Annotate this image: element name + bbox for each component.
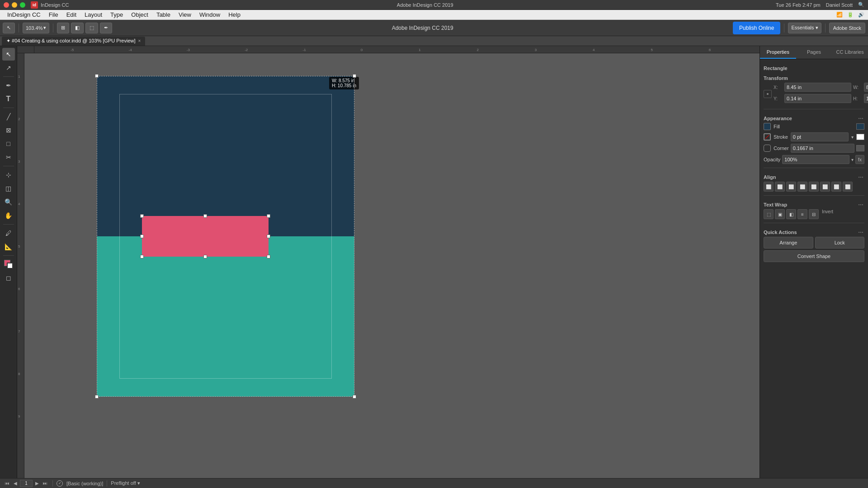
text-wrap-options-btn[interactable]: ··· bbox=[857, 201, 864, 208]
tab-pages[interactable]: Pages bbox=[796, 46, 832, 59]
tab-properties[interactable]: Properties bbox=[760, 46, 796, 59]
menu-type[interactable]: Type bbox=[107, 10, 127, 19]
menu-object[interactable]: Object bbox=[127, 10, 152, 19]
align-options-btn[interactable]: ··· bbox=[857, 173, 864, 180]
scissors-tool[interactable]: ✂ bbox=[2, 151, 15, 164]
text-wrap-none-btn[interactable]: ⬚ bbox=[764, 209, 774, 219]
preflight-label[interactable]: Preflight off ▾ bbox=[111, 480, 140, 486]
menu-edit[interactable]: Edit bbox=[63, 10, 80, 19]
tab-close-btn[interactable]: × bbox=[138, 38, 141, 43]
adobe-stock-btn[interactable]: Adobe Stock bbox=[829, 23, 865, 33]
text-wrap-object-btn[interactable]: ◧ bbox=[786, 209, 796, 219]
distribute-h-btn[interactable]: ⬜ bbox=[831, 182, 841, 192]
publish-online-button[interactable]: Publish Online bbox=[733, 22, 780, 34]
handle-bottom-left[interactable] bbox=[140, 255, 144, 258]
selection-tool[interactable]: ↖ bbox=[2, 48, 15, 61]
display-perf-btn[interactable]: ◧ bbox=[71, 23, 84, 33]
minimize-button[interactable] bbox=[12, 2, 17, 8]
zoom-tool[interactable]: 🔍 bbox=[2, 196, 15, 208]
fill-color-swatch[interactable] bbox=[856, 123, 864, 130]
align-center-h-btn[interactable]: ⬜ bbox=[775, 182, 785, 192]
free-transform-tool[interactable]: ⊹ bbox=[2, 169, 15, 181]
appearance-options-btn[interactable]: ··· bbox=[857, 114, 864, 122]
menu-help[interactable]: Help bbox=[225, 10, 244, 19]
stroke-icon[interactable] bbox=[764, 133, 771, 141]
corner-style-swatch[interactable] bbox=[856, 145, 864, 151]
w-input[interactable] bbox=[864, 83, 868, 92]
measure-tool[interactable]: 📐 bbox=[2, 240, 15, 253]
pen-tool[interactable]: ✒ bbox=[2, 79, 15, 92]
menu-layout[interactable]: Layout bbox=[81, 10, 106, 19]
x-input[interactable] bbox=[784, 83, 851, 92]
zoom-dropdown[interactable]: 103.4% ▾ bbox=[23, 23, 49, 33]
hand-tool[interactable]: ✋ bbox=[2, 209, 15, 222]
page-handle-bl[interactable] bbox=[95, 395, 99, 399]
arrange-button[interactable]: Arrange bbox=[764, 237, 813, 249]
first-page-btn[interactable]: ⏮ bbox=[4, 480, 11, 487]
page-handle-br[interactable] bbox=[353, 395, 356, 399]
preflight-status-icon[interactable]: ✓ bbox=[57, 480, 63, 487]
stroke-expand-btn[interactable]: ▾ bbox=[851, 135, 854, 140]
essentials-dropdown[interactable]: Essentials ▾ bbox=[788, 23, 821, 33]
opacity-expand-btn[interactable]: ▾ bbox=[851, 157, 854, 162]
page-handle-tr[interactable] bbox=[353, 74, 356, 78]
page-handle-tl[interactable] bbox=[95, 74, 99, 78]
stroke-value-input[interactable] bbox=[791, 132, 849, 141]
text-wrap-bounding-btn[interactable]: ▣ bbox=[775, 209, 785, 219]
convert-shape-button[interactable]: Convert Shape bbox=[764, 250, 864, 262]
view-options-btn[interactable]: ⊞ bbox=[57, 23, 69, 33]
align-left-btn[interactable]: ⬜ bbox=[764, 182, 774, 192]
transform-origin-widget[interactable] bbox=[764, 90, 772, 98]
eyedropper-tool[interactable]: 🖊 bbox=[2, 227, 15, 239]
menu-view[interactable]: View bbox=[175, 10, 195, 19]
apply-normal-btn[interactable]: ◻ bbox=[2, 272, 15, 284]
fill-stroke-widget[interactable] bbox=[2, 258, 15, 271]
handle-mid-left[interactable] bbox=[140, 235, 144, 238]
line-tool[interactable]: ╱ bbox=[2, 110, 15, 123]
last-page-btn[interactable]: ⏭ bbox=[42, 480, 49, 487]
fill-icon[interactable] bbox=[764, 123, 771, 130]
corner-value-input[interactable] bbox=[791, 144, 854, 153]
menu-file[interactable]: File bbox=[45, 10, 62, 19]
document-tab[interactable]: ✦ #04 Creating & using color.indd @ 103%… bbox=[2, 37, 145, 46]
type-tool[interactable]: T bbox=[2, 93, 15, 105]
maximize-button[interactable] bbox=[20, 2, 25, 8]
page-number-input[interactable] bbox=[20, 480, 33, 487]
handle-top-center[interactable] bbox=[203, 214, 207, 218]
handle-top-left[interactable] bbox=[140, 214, 144, 218]
handle-bottom-right[interactable] bbox=[267, 255, 270, 258]
menu-table[interactable]: Table bbox=[153, 10, 174, 19]
search-icon[interactable]: 🔍 bbox=[858, 2, 864, 8]
text-wrap-jump-btn[interactable]: ≡ bbox=[797, 209, 807, 219]
next-page-btn[interactable]: ▶ bbox=[33, 480, 41, 487]
pen-tool-btn[interactable]: ✒ bbox=[100, 23, 112, 33]
text-wrap-next-btn[interactable]: ⊟ bbox=[809, 209, 819, 219]
direct-selection-tool[interactable]: ↗ bbox=[2, 61, 15, 74]
layer-dropdown[interactable]: [Basic (working)] bbox=[66, 481, 103, 486]
tab-cc-libraries[interactable]: CC Libraries bbox=[832, 46, 868, 59]
align-right-btn[interactable]: ⬜ bbox=[786, 182, 796, 192]
handle-mid-right[interactable] bbox=[267, 235, 270, 238]
pink-rectangle[interactable] bbox=[142, 216, 269, 257]
prev-page-btn[interactable]: ◀ bbox=[12, 480, 19, 487]
quick-actions-options-btn[interactable]: ··· bbox=[857, 228, 864, 235]
y-input[interactable] bbox=[784, 94, 851, 103]
handle-bottom-center[interactable] bbox=[203, 255, 207, 258]
close-button[interactable] bbox=[4, 2, 9, 8]
handle-top-right[interactable] bbox=[267, 214, 270, 218]
canvas-area[interactable]: W: 8.575 in H: 10.785 in bbox=[24, 53, 760, 478]
lock-button[interactable]: Lock bbox=[815, 237, 865, 249]
align-top-btn[interactable]: ⬜ bbox=[797, 182, 807, 192]
rectangle-tool[interactable]: □ bbox=[2, 137, 15, 150]
select-tool-btn[interactable]: ↖ bbox=[3, 23, 15, 33]
menu-indesigncc[interactable]: InDesign CC bbox=[4, 10, 44, 19]
distribute-v-btn[interactable]: ⬜ bbox=[843, 182, 853, 192]
fx-button[interactable]: fx bbox=[855, 155, 864, 164]
rectangle-frame-tool[interactable]: ⊠ bbox=[2, 124, 15, 136]
stroke-color-swatch[interactable] bbox=[856, 134, 864, 140]
gradient-tool[interactable]: ◫ bbox=[2, 182, 15, 195]
menu-window[interactable]: Window bbox=[196, 10, 224, 19]
frame-edges-btn[interactable]: ⬚ bbox=[85, 23, 98, 33]
align-bottom-btn[interactable]: ⬜ bbox=[820, 182, 830, 192]
h-input[interactable] bbox=[864, 94, 868, 103]
